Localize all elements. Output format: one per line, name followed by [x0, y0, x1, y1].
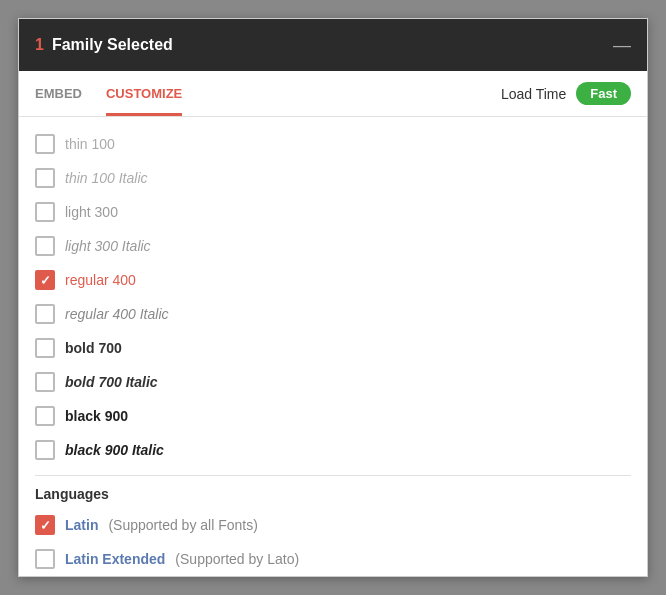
- tabs-left: EMBED CUSTOMIZE: [35, 71, 182, 116]
- font-label-thin-100: thin 100: [65, 136, 115, 152]
- font-item-bold-700: bold 700: [35, 331, 631, 365]
- languages-list: Latin (Supported by all Fonts)Latin Exte…: [35, 508, 631, 576]
- checkbox-bold-700[interactable]: [35, 338, 55, 358]
- tabs-bar: EMBED CUSTOMIZE Load Time Fast: [19, 71, 647, 117]
- minimize-button[interactable]: —: [613, 36, 631, 54]
- checkbox-light-300-italic[interactable]: [35, 236, 55, 256]
- lang-label-latin-extended: Latin Extended: [65, 551, 165, 567]
- checkbox-regular-400-italic[interactable]: [35, 304, 55, 324]
- font-item-black-900-italic: black 900 Italic: [35, 433, 631, 467]
- load-time-label: Load Time: [501, 86, 566, 102]
- lang-label-latin: Latin: [65, 517, 98, 533]
- checkbox-light-300[interactable]: [35, 202, 55, 222]
- tab-customize[interactable]: CUSTOMIZE: [106, 71, 182, 116]
- main-window: 1 Family Selected — EMBED CUSTOMIZE Load…: [18, 18, 648, 577]
- checkbox-thin-100-italic[interactable]: [35, 168, 55, 188]
- font-item-thin-100: thin 100: [35, 127, 631, 161]
- titlebar-left: 1 Family Selected: [35, 36, 173, 54]
- checkbox-black-900[interactable]: [35, 406, 55, 426]
- font-label-black-900: black 900: [65, 408, 128, 424]
- lang-item-latin: Latin (Supported by all Fonts): [35, 508, 631, 542]
- font-item-bold-700-italic: bold 700 Italic: [35, 365, 631, 399]
- tab-embed[interactable]: EMBED: [35, 71, 82, 116]
- languages-section-title: Languages: [35, 486, 631, 502]
- checkbox-lang-latin-extended[interactable]: [35, 549, 55, 569]
- checkbox-black-900-italic[interactable]: [35, 440, 55, 460]
- font-label-regular-400: regular 400: [65, 272, 136, 288]
- tabs-right: Load Time Fast: [501, 82, 631, 105]
- lang-support-latin-extended: (Supported by Lato): [175, 551, 299, 567]
- font-item-thin-100-italic: thin 100 Italic: [35, 161, 631, 195]
- font-label-bold-700: bold 700: [65, 340, 122, 356]
- font-style-list: thin 100thin 100 Italiclight 300light 30…: [35, 127, 631, 467]
- font-label-black-900-italic: black 900 Italic: [65, 442, 164, 458]
- font-item-regular-400: regular 400: [35, 263, 631, 297]
- checkbox-thin-100[interactable]: [35, 134, 55, 154]
- font-label-regular-400-italic: regular 400 Italic: [65, 306, 169, 322]
- font-label-light-300: light 300: [65, 204, 118, 220]
- fast-badge: Fast: [576, 82, 631, 105]
- checkbox-regular-400[interactable]: [35, 270, 55, 290]
- checkbox-lang-latin[interactable]: [35, 515, 55, 535]
- lang-support-latin: (Supported by all Fonts): [108, 517, 257, 533]
- font-label-light-300-italic: light 300 Italic: [65, 238, 151, 254]
- font-item-regular-400-italic: regular 400 Italic: [35, 297, 631, 331]
- lang-item-latin-extended: Latin Extended (Supported by Lato): [35, 542, 631, 576]
- checkbox-bold-700-italic[interactable]: [35, 372, 55, 392]
- section-divider: [35, 475, 631, 476]
- titlebar: 1 Family Selected —: [19, 19, 647, 71]
- font-item-light-300-italic: light 300 Italic: [35, 229, 631, 263]
- font-item-black-900: black 900: [35, 399, 631, 433]
- font-item-light-300: light 300: [35, 195, 631, 229]
- font-label-bold-700-italic: bold 700 Italic: [65, 374, 158, 390]
- font-label-thin-100-italic: thin 100 Italic: [65, 170, 148, 186]
- content-area: thin 100thin 100 Italiclight 300light 30…: [19, 117, 647, 576]
- family-count: 1: [35, 36, 44, 54]
- titlebar-title: Family Selected: [52, 36, 173, 54]
